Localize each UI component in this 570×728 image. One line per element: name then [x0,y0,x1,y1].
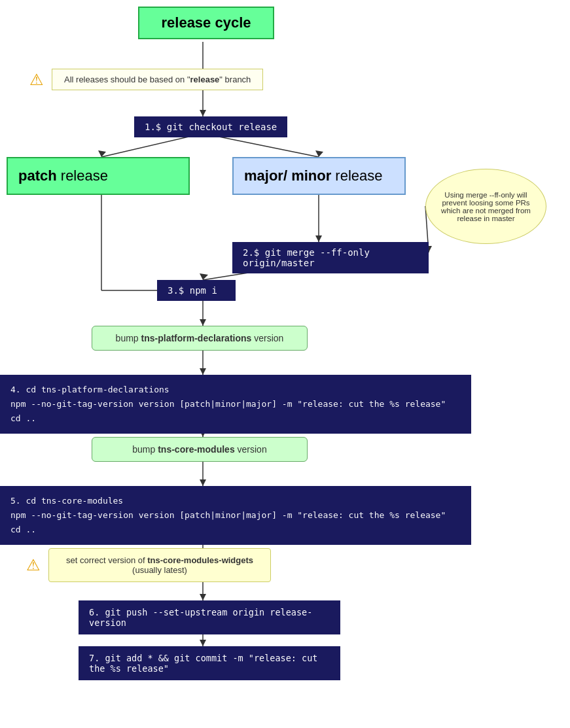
step4-command-block: 4. cd tns-platform-declarations npm --no… [0,375,471,434]
warning-icon-2: ⚠ [26,556,41,574]
patch-bold: patch [18,167,57,184]
set-version-row: ⚠ set correct version of tns-core-module… [26,548,271,582]
step5-line1: 5. cd tns-core-modules [10,494,461,508]
ellipse-text: Using merge --ff-only will prevent loosi… [439,191,533,222]
step2-text: 2.$ git merge --ff-only origin/master [243,247,370,268]
bump2-suffix: version [235,444,267,455]
step4-line3: cd .. [10,411,461,426]
step7-text: 7. git add * && git commit -m "release: … [89,653,318,674]
set-version-suffix: (usually latest) [132,565,187,575]
step6-text: 6. git push --set-upstream origin releas… [89,607,312,628]
major-rest: release [331,167,382,184]
step4-line2: npm --no-git-tag-version version [patch|… [10,397,461,411]
svg-marker-16 [200,319,206,326]
svg-marker-1 [200,110,206,116]
set-version-bold: tns-core-modules-widgets [147,555,253,565]
bump-core-modules: bump tns-core-modules version [92,437,308,462]
step1-command: 1.$ git checkout release [134,116,287,137]
svg-marker-3 [98,150,106,157]
ellipse-note: Using merge --ff-only will prevent loosi… [425,169,546,244]
warning-row: ⚠ All releases should be based on "relea… [29,69,263,90]
title-box: release cycle [138,7,274,39]
svg-marker-18 [200,368,206,375]
bump2-bold: tns-core-modules [158,444,234,455]
step2-command: 2.$ git merge --ff-only origin/master [232,242,429,273]
warning-box: All releases should be based on "release… [52,69,263,90]
warning-bold: release [190,75,220,84]
step5-line2: npm --no-git-tag-version version [patch|… [10,508,461,523]
warning-icon: ⚠ [29,71,44,89]
svg-marker-28 [200,640,206,646]
title-text: release cycle [161,14,251,31]
svg-marker-11 [200,273,208,280]
bump2-prefix: bump [132,444,158,455]
bump1-suffix: version [251,333,283,343]
step5-line3: cd .. [10,523,461,537]
warning-text-before: All releases should be based on " [64,75,190,84]
bump1-prefix: bump [116,333,141,343]
set-version-box: set correct version of tns-core-modules-… [48,548,271,582]
svg-marker-22 [200,479,206,486]
step3-text: 3.$ npm i [168,285,217,296]
svg-marker-5 [315,150,323,157]
major-bold: major/ minor [244,167,331,184]
major-release-box: major/ minor release [232,157,406,195]
diagram-container: release cycle ⚠ All releases should be b… [0,0,570,728]
step7-command: 7. git add * && git commit -m "release: … [79,646,340,680]
step1-text: 1.$ git checkout release [145,122,277,132]
set-version-prefix: set correct version of [66,555,147,565]
step4-line1: 4. cd tns-platform-declarations [10,383,461,397]
step5-command-block: 5. cd tns-core-modules npm --no-git-tag-… [0,486,471,545]
step3-command: 3.$ npm i [157,280,236,301]
svg-marker-26 [200,594,206,600]
warning-text-after: " branch [219,75,251,84]
step6-command: 6. git push --set-upstream origin releas… [79,600,340,634]
bump1-bold: tns-platform-declarations [141,333,252,343]
bump-platform-declarations: bump tns-platform-declarations version [92,326,308,351]
patch-release-box: patch release [7,157,190,195]
svg-marker-7 [315,235,322,242]
patch-rest: release [57,167,108,184]
